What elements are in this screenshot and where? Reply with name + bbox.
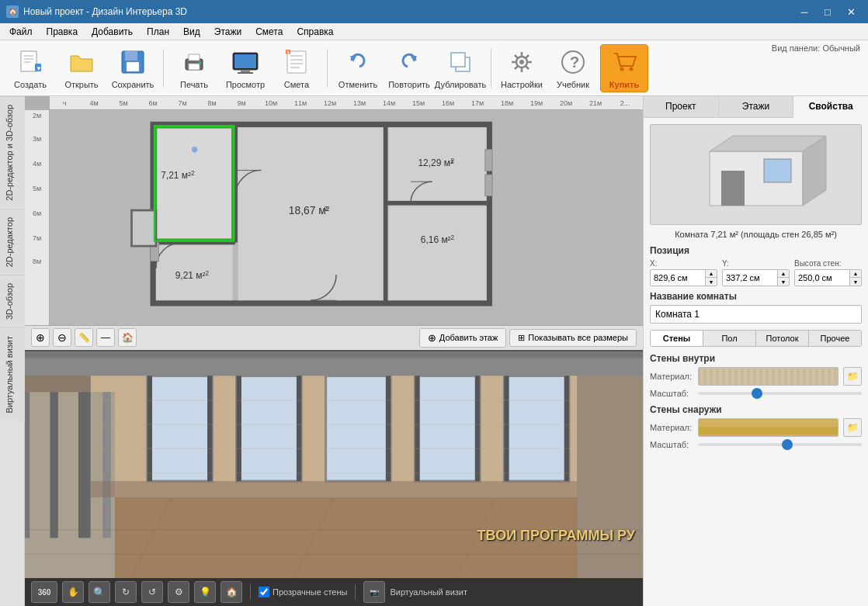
x-label: X: [650, 259, 717, 268]
walls-outside-material-preview[interactable] [698, 418, 838, 437]
zoom-3d-button[interactable]: 🔍 [89, 581, 110, 603]
tutorial-button[interactable]: ? Учебник [549, 44, 597, 92]
menu-view[interactable]: Вид [177, 25, 207, 39]
zoom-out-button[interactable]: ⊖ [53, 328, 71, 347]
tab-floors[interactable]: Этажи [719, 96, 794, 117]
svg-rect-93 [475, 376, 480, 481]
duplicate-button[interactable]: Дублировать [436, 44, 484, 92]
settings-3d-button[interactable]: ⚙ [168, 581, 189, 603]
3d-separator-2 [355, 584, 356, 600]
add-floor-label: Добавить этаж [439, 333, 498, 342]
floor-plan-container[interactable]: 7,21 м² 9,21 м² 18,67 м² 12,29 м² 6,16 м… [50, 110, 643, 325]
maximize-button[interactable]: □ [817, 4, 838, 19]
transparent-walls-checkbox[interactable] [259, 587, 269, 597]
tab-project[interactable]: Проект [644, 96, 719, 117]
create-button[interactable]: ▼ Создать [6, 44, 54, 92]
sidebar-tab-virtual[interactable]: Виртуальный визит [0, 327, 25, 421]
view-2d[interactable]: ч 4м 5м 6м 7м 8м 9м 10м 11м 12м 13м 14м … [25, 96, 643, 351]
minimize-button[interactable]: ─ [793, 4, 815, 19]
save-button[interactable]: Сохранить [109, 44, 157, 92]
svg-marker-77 [577, 351, 643, 579]
x-spin-up[interactable]: ▲ [706, 270, 717, 278]
view-3d[interactable]: ТВОИ ПРОГРАММЫ РУ 360 ✋ 🔍 ↻ ↺ ⚙ 💡 🏠 Проз… [25, 351, 643, 607]
wall-height-input[interactable] [795, 270, 849, 286]
360-button[interactable]: 360 [31, 581, 57, 603]
mat-tab-floor[interactable]: Пол [703, 331, 756, 346]
menu-edit[interactable]: Правка [40, 25, 85, 39]
y-spin-down[interactable]: ▼ [778, 278, 789, 286]
light-button[interactable]: 💡 [194, 581, 216, 603]
canvas-area: ч 4м 5м 6м 7м 8м 9м 10м 11м 12м 13м 14м … [25, 96, 643, 606]
svg-point-12 [198, 61, 201, 64]
menu-estimate[interactable]: Смета [249, 25, 289, 39]
window-controls: ─ □ ✕ [793, 4, 862, 19]
show-sizes-button[interactable]: ⊞ Показывать все размеры [509, 329, 637, 347]
floor-plan-svg[interactable]: 7,21 м² 9,21 м² 18,67 м² 12,29 м² 6,16 м… [50, 110, 643, 325]
x-spin-down[interactable]: ▼ [706, 278, 717, 286]
svg-line-37 [515, 66, 518, 69]
svg-rect-15 [241, 70, 250, 72]
preview-button[interactable]: Просмотр [221, 44, 269, 92]
y-spin-up[interactable]: ▲ [778, 270, 789, 278]
view-3d-toolbar: 360 ✋ 🔍 ↻ ↺ ⚙ 💡 🏠 Прозрачные стены 📷 Вир… [25, 578, 643, 606]
x-input[interactable] [651, 270, 705, 286]
mat-tab-other[interactable]: Прочее [809, 331, 861, 346]
close-button[interactable]: ✕ [840, 4, 862, 19]
y-input[interactable] [723, 270, 777, 286]
open-button[interactable]: Открыть [57, 44, 106, 92]
home-button[interactable]: 🏠 [118, 328, 137, 347]
add-floor-button[interactable]: ⊕ Добавить этаж [419, 328, 506, 348]
menu-add[interactable]: Добавить [85, 25, 139, 39]
menu-help[interactable]: Справка [290, 25, 339, 39]
virtual-visit-label[interactable]: Виртуальный визит [390, 587, 467, 597]
walls-inside-folder-button[interactable]: 📁 [843, 367, 862, 386]
wall-height-spin-up[interactable]: ▲ [850, 270, 861, 278]
main-layout: 2D-редактор и 3D-обзор 2D-редактор 3D-об… [0, 96, 868, 606]
svg-text:12,29 м²: 12,29 м² [418, 158, 453, 168]
tab-properties[interactable]: Свойства [793, 96, 868, 118]
settings-label: Настройки [501, 80, 543, 89]
measure-delete-button[interactable]: — [96, 328, 115, 347]
walls-outside-folder-button[interactable]: 📁 [843, 418, 862, 437]
x-spinners: ▲ ▼ [705, 270, 717, 286]
measure-button[interactable]: 📏 [75, 328, 93, 347]
sidebar-tab-2d3d[interactable]: 2D-редактор и 3D-обзор [0, 96, 25, 209]
mat-tab-ceiling[interactable]: Потолок [756, 331, 809, 346]
svg-rect-97 [50, 392, 57, 538]
print-label: Печать [180, 80, 208, 89]
svg-rect-114 [764, 159, 791, 182]
svg-rect-27 [451, 53, 465, 67]
walls-inside-scale-label: Масштаб: [650, 389, 693, 398]
svg-rect-10 [189, 54, 200, 61]
position-title: Позиция [650, 245, 862, 256]
transparent-walls-label[interactable]: Прозрачные стены [259, 587, 347, 597]
estimate-button[interactable]: $ Смета [273, 44, 321, 92]
walls-outside-scale-slider[interactable] [698, 443, 862, 446]
rotate-ccw-button[interactable]: ↺ [141, 581, 163, 603]
home-3d-button[interactable]: 🏠 [220, 581, 242, 603]
sidebar-tab-2d[interactable]: 2D-редактор [0, 209, 25, 275]
svg-rect-71 [132, 210, 156, 246]
settings-button[interactable]: Настройки [498, 44, 546, 92]
mat-tab-walls[interactable]: Стены [651, 331, 703, 346]
video-button[interactable]: 📷 [363, 581, 385, 603]
buy-button[interactable]: Купить [600, 44, 648, 92]
svg-rect-84 [415, 376, 480, 481]
hand-tool-button[interactable]: ✋ [62, 581, 84, 603]
print-button[interactable]: Печать [170, 44, 218, 92]
redo-button[interactable]: Повторить [385, 44, 433, 92]
svg-text:▼: ▼ [36, 65, 42, 72]
undo-button[interactable]: Отменить [334, 44, 382, 92]
zoom-in-button[interactable]: ⊕ [31, 328, 50, 347]
menu-file[interactable]: Файл [3, 25, 39, 39]
menu-floors[interactable]: Этажи [208, 25, 248, 39]
room-name-input[interactable] [650, 305, 862, 324]
sidebar-tab-3d[interactable]: 3D-обзор [0, 275, 25, 327]
walls-inside-material-preview[interactable] [698, 367, 838, 386]
walls-inside-scale-slider[interactable] [698, 392, 862, 395]
room-name-title: Название комнаты [650, 291, 862, 302]
menu-plan[interactable]: План [141, 25, 175, 39]
wall-height-spin-down[interactable]: ▼ [850, 278, 861, 286]
rotate-cw-button[interactable]: ↻ [115, 581, 137, 603]
svg-line-34 [515, 55, 518, 58]
